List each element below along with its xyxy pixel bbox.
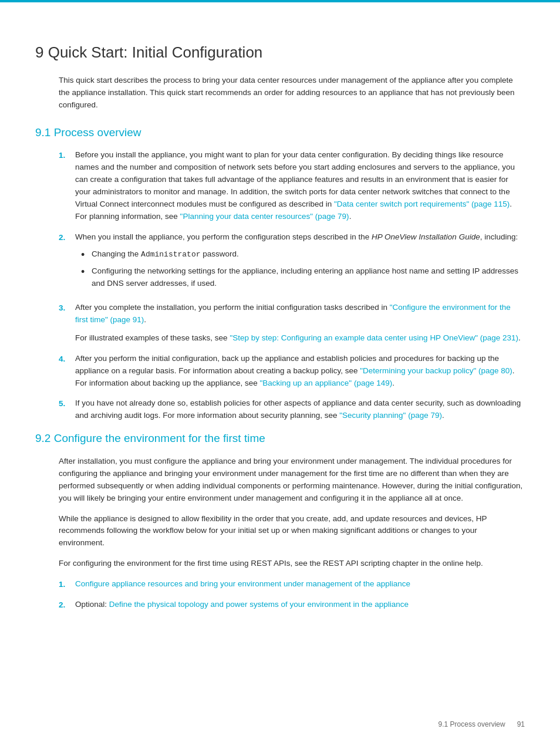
item-content: After you complete the installation, you… bbox=[75, 302, 525, 345]
section1-list: 1. Before you install the appliance, you… bbox=[59, 149, 525, 422]
section2-title: 9.2 Configure the environment for the fi… bbox=[35, 430, 525, 447]
item-content: When you install the appliance, you perf… bbox=[75, 231, 525, 293]
bullet-text: Configuring the networking settings for … bbox=[92, 265, 525, 290]
list-item: 4. After you perform the initial configu… bbox=[59, 353, 525, 390]
link-planning[interactable]: "Planning your data center resources" (p… bbox=[180, 212, 349, 221]
item-content: After you perform the initial configurat… bbox=[75, 353, 525, 390]
bullet-item: • Configuring the networking settings fo… bbox=[81, 265, 525, 290]
item-number: 2. bbox=[59, 599, 75, 611]
item-content: Optional: Define the physical topology a… bbox=[75, 599, 525, 611]
bullet-dot: • bbox=[81, 265, 92, 279]
section2-para3: For configuring the environment for the … bbox=[59, 558, 525, 570]
link-step-by-step[interactable]: "Step by step: Configuring an example da… bbox=[230, 333, 518, 342]
bullet-list: • Changing the Administrator password. •… bbox=[81, 248, 525, 290]
link-backup-policy[interactable]: "Determining your backup policy" (page 8… bbox=[360, 366, 512, 375]
link-configure-resources[interactable]: Configure appliance resources and bring … bbox=[75, 579, 410, 588]
item-number: 1. bbox=[59, 149, 75, 161]
item-number: 4. bbox=[59, 353, 75, 365]
link-define-topology[interactable]: Define the physical topology and power s… bbox=[109, 600, 409, 609]
item-number: 3. bbox=[59, 302, 75, 314]
item-content: Configure appliance resources and bring … bbox=[75, 578, 525, 590]
text-content: After you complete the installation, you… bbox=[75, 303, 390, 312]
section2-list: 1. Configure appliance resources and bri… bbox=[59, 578, 525, 612]
list-item: 2. When you install the appliance, you p… bbox=[59, 231, 525, 293]
list-item: 1. Configure appliance resources and bri… bbox=[59, 578, 525, 590]
item-number: 1. bbox=[59, 578, 75, 590]
item-number: 2. bbox=[59, 231, 75, 244]
section2-para2: While the appliance is designed to allow… bbox=[59, 513, 525, 550]
section1-title: 9.1 Process overview bbox=[35, 124, 525, 141]
italic-text: HP OneView Installation Guide bbox=[372, 232, 480, 241]
footer-section-label: 9.1 Process overview bbox=[438, 719, 505, 730]
list-item: 3. After you complete the installation, … bbox=[59, 302, 525, 345]
link-security[interactable]: "Security planning" (page 79) bbox=[339, 411, 442, 420]
footer-page-number: 91 bbox=[517, 719, 525, 730]
chapter-title: 9 Quick Start: Initial Configuration bbox=[35, 41, 525, 64]
footer: 9.1 Process overview 91 bbox=[438, 719, 525, 730]
top-border bbox=[0, 0, 560, 2]
section2-para1: After installation, you must configure t… bbox=[59, 455, 525, 505]
link-backing-up[interactable]: "Backing up an appliance" (page 149) bbox=[259, 379, 392, 387]
item-number: 5. bbox=[59, 397, 75, 410]
text-content: . bbox=[442, 411, 444, 420]
extra-para: For illustrated examples of these tasks,… bbox=[75, 332, 525, 345]
item-content: Before you install the appliance, you mi… bbox=[75, 149, 525, 223]
list-item: 5. If you have not already done so, esta… bbox=[59, 397, 525, 422]
text-content: . bbox=[349, 212, 352, 221]
text-content: . bbox=[144, 315, 146, 324]
text-content: . bbox=[392, 379, 394, 387]
text-optional: Optional: bbox=[75, 600, 109, 609]
bullet-dot: • bbox=[81, 248, 92, 262]
page: 9 Quick Start: Initial Configuration Thi… bbox=[0, 0, 560, 746]
text-content: , including: bbox=[480, 232, 518, 241]
link-switch-port[interactable]: "Data center switch port requirements" (… bbox=[334, 200, 510, 208]
list-item: 1. Before you install the appliance, you… bbox=[59, 149, 525, 223]
code-text: Administrator bbox=[141, 250, 200, 259]
text-content: When you install the appliance, you perf… bbox=[75, 232, 372, 241]
bullet-text: Changing the Administrator password. bbox=[92, 248, 239, 261]
text-content: If you have not already done so, establi… bbox=[75, 399, 521, 420]
intro-text: This quick start describes the process t… bbox=[59, 75, 525, 112]
bullet-item: • Changing the Administrator password. bbox=[81, 248, 525, 262]
list-item: 2. Optional: Define the physical topolog… bbox=[59, 599, 525, 611]
item-content: If you have not already done so, establi… bbox=[75, 397, 525, 422]
